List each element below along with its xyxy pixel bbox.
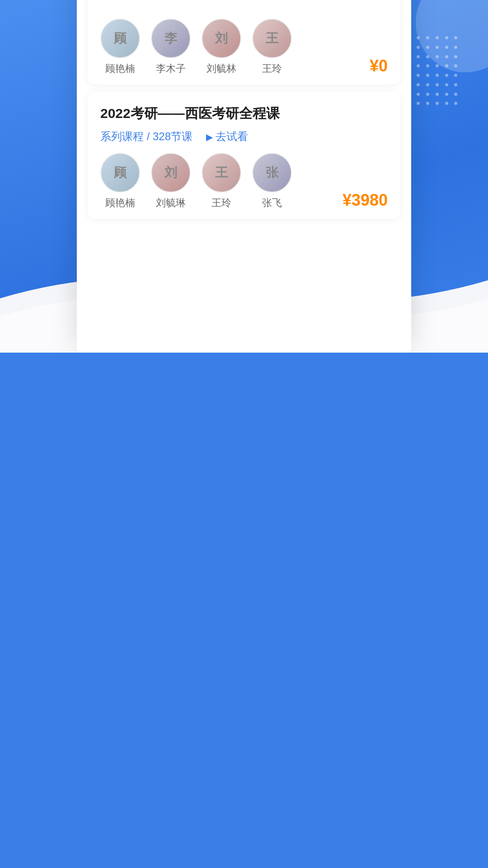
teacher-2-4: 王 王玲: [252, 19, 292, 75]
teacher-3-1: 顾 顾艳楠: [100, 153, 140, 210]
avatar-2-3: 刘: [202, 19, 241, 58]
avatar-3-3: 王: [202, 153, 241, 193]
teacher-3-3: 王 王玲: [202, 153, 241, 210]
avatar-3-4: 张: [252, 153, 292, 193]
avatar-2-2: 李: [151, 19, 191, 58]
course-price-2: ¥0: [370, 57, 388, 75]
avatar-2-4: 王: [252, 19, 292, 58]
teacher-2-2: 李 李木子: [151, 19, 191, 75]
avatar-2-1: 顾: [100, 19, 140, 58]
avatar-3-1: 顾: [100, 153, 140, 193]
try-watch-btn[interactable]: 去试看: [206, 129, 248, 144]
teacher-2-3: 刘 刘毓林: [202, 19, 241, 75]
course-card-2[interactable]: 2022西医考后估分直播5科全 顾 顾艳楠 李 李木子: [88, 0, 400, 85]
course-meta-3: 系列课程 / 328节课 去试看: [100, 129, 388, 144]
teacher-row-2: 顾 顾艳楠 李 李木子 刘 刘毓林: [100, 19, 388, 75]
avatar-3-2: 刘: [151, 153, 191, 193]
course-card-3[interactable]: 2022考研——西医考研全程课 系列课程 / 328节课 去试看 顾 顾艳楠 刘: [88, 92, 400, 219]
course-title-3: 2022考研——西医考研全程课: [100, 104, 388, 123]
teacher-2-1: 顾 顾艳楠: [100, 19, 140, 75]
teacher-3-2: 刘 刘毓琳: [151, 153, 191, 210]
bottom-section: [77, 226, 411, 353]
teacher-row-3: 顾 顾艳楠 刘 刘毓琳 王 王玲: [100, 153, 388, 210]
phone-mockup: HD1HD2 4G ▮▮▮ 4G ▮▮▮ 📶 788B/s 🌐 ⏰ 🔕 87 1…: [77, 0, 411, 353]
course-price-3: ¥3980: [343, 191, 388, 210]
course-list: 2022考研-聚焦考前3小时 直播课 / 12节课 顾 顾艳南 刘: [77, 0, 411, 219]
teacher-3-4: 张 张飞: [252, 153, 292, 210]
hero-section: // Will be rendered after body loads 视频课…: [0, 0, 488, 353]
